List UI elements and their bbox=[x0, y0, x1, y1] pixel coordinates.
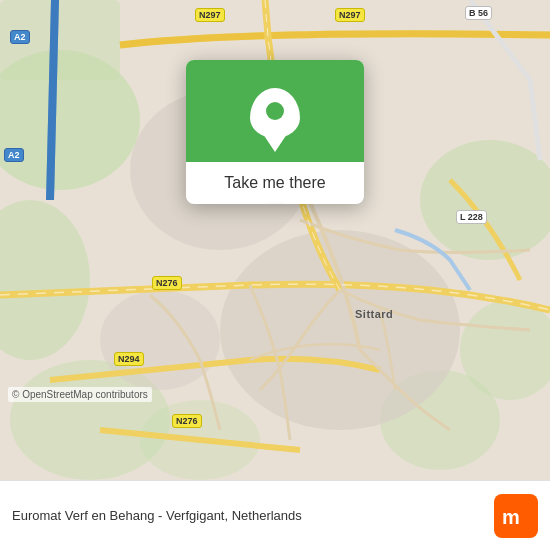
road-label-n294: N294 bbox=[114, 352, 144, 366]
footer: Euromat Verf en Behang - Verfgigant, Net… bbox=[0, 480, 550, 550]
location-pin-icon bbox=[250, 88, 300, 138]
road-label-b56: B 56 bbox=[465, 6, 492, 20]
svg-point-9 bbox=[220, 230, 460, 430]
take-me-there-button[interactable]: Take me there bbox=[186, 60, 364, 204]
map-container: N297 N297 B 56 A2 A2 N276 N294 N276 L 22… bbox=[0, 0, 550, 480]
popup-icon-area bbox=[186, 60, 364, 162]
place-name: Euromat Verf en Behang - Verfgigant, Net… bbox=[12, 508, 494, 523]
moovit-logo: m bbox=[494, 494, 538, 538]
road-label-n276-1: N276 bbox=[152, 276, 182, 290]
svg-text:m: m bbox=[502, 506, 520, 528]
road-label-n297-1: N297 bbox=[195, 8, 225, 22]
road-label-n276-2: N276 bbox=[172, 414, 202, 428]
road-label-a2-1: A2 bbox=[10, 30, 30, 44]
pin-dot bbox=[266, 102, 284, 120]
city-label-sittard: Sittard bbox=[355, 308, 393, 320]
moovit-icon: m bbox=[494, 494, 538, 538]
road-label-a2-2: A2 bbox=[4, 148, 24, 162]
road-label-l228: L 228 bbox=[456, 210, 487, 224]
road-label-n297-2: N297 bbox=[335, 8, 365, 22]
popup-label: Take me there bbox=[214, 162, 335, 204]
copyright-text: © OpenStreetMap contributors bbox=[8, 387, 152, 402]
